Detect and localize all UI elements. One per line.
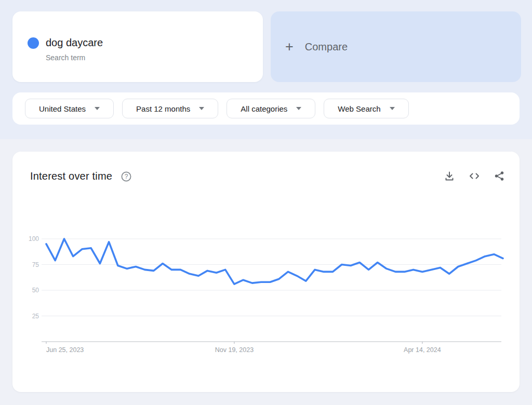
chevron-down-icon (390, 107, 395, 110)
search-type-filter-dropdown[interactable]: Web Search (324, 99, 408, 118)
compare-label: Compare (305, 41, 348, 53)
compare-add-card[interactable]: + Compare (271, 11, 521, 82)
svg-text:Nov 19, 2023: Nov 19, 2023 (215, 346, 254, 354)
chevron-down-icon (95, 107, 100, 110)
search-type-filter-label: Web Search (338, 104, 380, 113)
svg-text:Jun 25, 2023: Jun 25, 2023 (46, 346, 84, 354)
plus-icon: + (285, 39, 294, 54)
svg-text:Apr 14, 2024: Apr 14, 2024 (404, 346, 441, 354)
embed-icon[interactable] (469, 170, 480, 182)
category-filter-label: All categories (241, 104, 287, 113)
svg-text:25: 25 (32, 313, 39, 320)
chart-actions (444, 170, 505, 182)
interest-over-time-card: Interest over time ? (12, 152, 520, 392)
search-term-type-label: Search term (46, 53, 85, 62)
category-filter-dropdown[interactable]: All categories (227, 99, 315, 118)
help-icon[interactable]: ? (121, 171, 132, 182)
chevron-down-icon (199, 107, 204, 110)
svg-text:100: 100 (29, 235, 39, 242)
time-filter-label: Past 12 months (136, 104, 190, 113)
search-term-text: dog daycare (46, 36, 103, 49)
chart-title: Interest over time (30, 170, 112, 182)
time-filter-dropdown[interactable]: Past 12 months (122, 99, 218, 118)
chevron-down-icon (296, 107, 301, 110)
svg-text:50: 50 (32, 287, 39, 294)
svg-text:75: 75 (32, 261, 39, 268)
search-term-card[interactable]: dog daycare Search term (12, 11, 263, 82)
geo-filter-dropdown[interactable]: United States (25, 99, 114, 118)
share-icon[interactable] (494, 170, 505, 182)
filter-bar: United States Past 12 months All categor… (12, 92, 520, 125)
interest-over-time-chart: 100755025Jun 25, 2023Nov 19, 2023Apr 14,… (12, 228, 520, 363)
svg-text:?: ? (125, 173, 128, 180)
search-terms-section: dog daycare Search term + Compare United… (0, 0, 532, 139)
download-icon[interactable] (444, 170, 455, 182)
series-color-dot (28, 37, 39, 49)
geo-filter-label: United States (39, 104, 86, 113)
